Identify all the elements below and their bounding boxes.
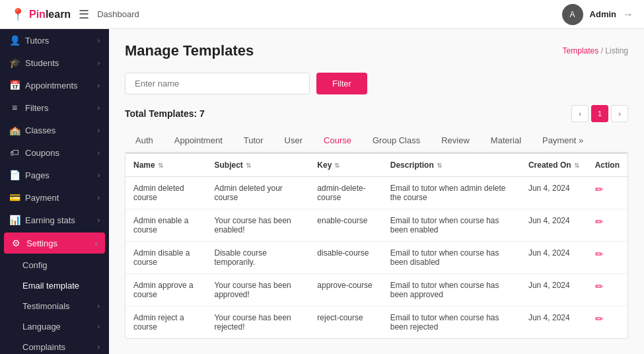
- sidebar-subitem-complaints[interactable]: Complaints ›: [13, 337, 109, 354]
- cell-created-on: Jun 4, 2024: [520, 306, 587, 339]
- sidebar-label-coupons: Coupons: [25, 148, 59, 158]
- cell-name: Admin reject a course: [125, 306, 206, 339]
- summary-row: Total Templates: 7 ‹ 1 ›: [125, 105, 628, 122]
- chevron-right-icon: ›: [98, 194, 100, 201]
- edit-button[interactable]: ✏: [595, 184, 604, 195]
- cell-key: admin-delete-course: [309, 177, 382, 209]
- cell-subject: Admin deleted your course: [206, 177, 309, 209]
- tab-course[interactable]: Course: [313, 129, 362, 153]
- tab-tutor[interactable]: Tutor: [233, 129, 274, 153]
- chevron-right-icon: ›: [98, 82, 100, 89]
- tab-payment[interactable]: Payment »: [532, 129, 594, 153]
- sidebar: 👤Tutors › 🎓Students › 📅Appointments › ≡F…: [0, 29, 109, 354]
- tab-review[interactable]: Review: [431, 129, 480, 153]
- col-subject: Subject⇅: [206, 154, 309, 177]
- sidebar-item-coupons[interactable]: 🏷Coupons ›: [0, 141, 109, 164]
- tab-user[interactable]: User: [274, 129, 313, 153]
- sidebar-sublabel-language: Language: [22, 322, 61, 332]
- table-row: Admin reject a course Your course has be…: [125, 306, 627, 339]
- cell-name: Admin approve a course: [125, 274, 206, 306]
- sidebar-sublabel-email-template: Email template: [22, 281, 79, 291]
- main-content: Manage Templates Templates / Listing Fil…: [109, 29, 644, 354]
- filter-button[interactable]: Filter: [316, 73, 367, 94]
- col-action: Action: [587, 154, 627, 177]
- topbar: 📍 Pinlearn ☰ Dashboard A Admin →: [0, 0, 644, 29]
- pagination: ‹ 1 ›: [571, 105, 628, 122]
- logout-icon[interactable]: →: [623, 9, 633, 20]
- tutors-icon: 👤: [9, 35, 20, 46]
- page-header: Manage Templates Templates / Listing: [125, 42, 628, 59]
- dashboard-label: Dashboard: [97, 9, 139, 19]
- edit-button[interactable]: ✏: [595, 216, 604, 228]
- cell-description: Email to tutor when course has been appr…: [382, 274, 520, 306]
- cell-description: Email to tutor when course has been disa…: [382, 242, 520, 274]
- sidebar-item-payment[interactable]: 💳Payment ›: [0, 186, 109, 209]
- total-templates-label: Total Templates: 7: [125, 108, 205, 119]
- breadcrumb-current: Listing: [605, 46, 628, 55]
- page-title: Manage Templates: [125, 42, 254, 59]
- cell-created-on: Jun 4, 2024: [520, 177, 587, 209]
- cell-action: ✏: [587, 274, 627, 306]
- sidebar-item-earning-stats[interactable]: 📊Earning stats ›: [0, 209, 109, 231]
- sidebar-item-pages[interactable]: 📄Pages ›: [0, 164, 109, 186]
- sidebar-label-pages: Pages: [25, 170, 50, 180]
- sidebar-subitem-language[interactable]: Language ›: [13, 316, 109, 337]
- sort-created-icon[interactable]: ⇅: [574, 162, 579, 169]
- sidebar-sublabel-testimonials: Testimonials: [22, 301, 70, 311]
- cell-description: Email to tutor when course has been reje…: [382, 306, 520, 339]
- edit-button[interactable]: ✏: [595, 248, 604, 260]
- sidebar-subitem-email-template[interactable]: Email template: [13, 275, 109, 296]
- edit-button[interactable]: ✏: [595, 313, 604, 325]
- tab-auth[interactable]: Auth: [125, 129, 164, 153]
- sidebar-label-payment: Payment: [25, 193, 59, 203]
- filters-icon: ≡: [9, 102, 20, 113]
- sidebar-label-filters: Filters: [25, 103, 48, 113]
- sidebar-item-students[interactable]: 🎓Students ›: [0, 52, 109, 74]
- sidebar-sublabel-config: Config: [22, 260, 48, 270]
- sort-subject-icon[interactable]: ⇅: [246, 162, 251, 169]
- sidebar-label-tutors: Tutors: [25, 36, 49, 46]
- topbar-right: A Admin →: [562, 4, 633, 25]
- cell-action: ✏: [587, 177, 627, 209]
- tab-appointment[interactable]: Appointment: [164, 129, 233, 153]
- cell-description: Email to tutor when course has been enab…: [382, 209, 520, 242]
- chevron-right-icon: ›: [98, 127, 100, 134]
- chevron-right-icon: ›: [98, 302, 100, 310]
- appointments-icon: 📅: [9, 80, 20, 90]
- sidebar-item-settings[interactable]: ⚙Settings ∨: [4, 232, 105, 254]
- cell-action: ✏: [587, 209, 627, 242]
- sidebar-item-classes[interactable]: 🏫Classes ›: [0, 119, 109, 141]
- filter-row: Filter: [125, 73, 628, 94]
- breadcrumb-templates-link[interactable]: Templates: [563, 46, 599, 55]
- search-input[interactable]: [125, 73, 310, 94]
- edit-button[interactable]: ✏: [595, 281, 604, 293]
- chevron-right-icon: ›: [98, 104, 100, 112]
- logo: 📍 Pinlearn: [11, 7, 71, 22]
- pages-icon: 📄: [9, 170, 20, 180]
- tab-group-class[interactable]: Group Class: [362, 129, 431, 153]
- classes-icon: 🏫: [9, 125, 20, 135]
- sidebar-item-tutors[interactable]: 👤Tutors ›: [0, 29, 109, 52]
- sidebar-label-classes: Classes: [25, 125, 55, 135]
- sidebar-subitem-testimonials[interactable]: Testimonials ›: [13, 296, 109, 316]
- sidebar-nav: 👤Tutors › 🎓Students › 📅Appointments › ≡F…: [0, 29, 109, 354]
- sort-key-icon[interactable]: ⇅: [334, 162, 340, 169]
- sort-description-icon[interactable]: ⇅: [437, 162, 442, 169]
- layout: 👤Tutors › 🎓Students › 📅Appointments › ≡F…: [0, 29, 644, 354]
- sidebar-subitem-config[interactable]: Config: [13, 255, 109, 275]
- sidebar-sublabel-complaints: Complaints: [22, 342, 65, 352]
- cell-name: Admin deleted course: [125, 177, 206, 209]
- chevron-down-icon: ∨: [94, 240, 98, 247]
- chevron-right-icon: ›: [98, 149, 100, 157]
- sort-name-icon[interactable]: ⇅: [158, 162, 163, 169]
- chevron-right-icon: ›: [98, 323, 100, 330]
- students-icon: 🎓: [9, 57, 20, 68]
- tab-material[interactable]: Material: [480, 129, 532, 153]
- menu-icon[interactable]: ☰: [79, 7, 89, 22]
- sidebar-item-filters[interactable]: ≡Filters ›: [0, 96, 109, 119]
- sidebar-item-appointments[interactable]: 📅Appointments ›: [0, 74, 109, 96]
- cell-key: disable-course: [309, 242, 382, 274]
- prev-page-button[interactable]: ‹: [571, 105, 589, 122]
- page-number-button[interactable]: 1: [591, 105, 608, 122]
- next-page-button[interactable]: ›: [611, 105, 628, 122]
